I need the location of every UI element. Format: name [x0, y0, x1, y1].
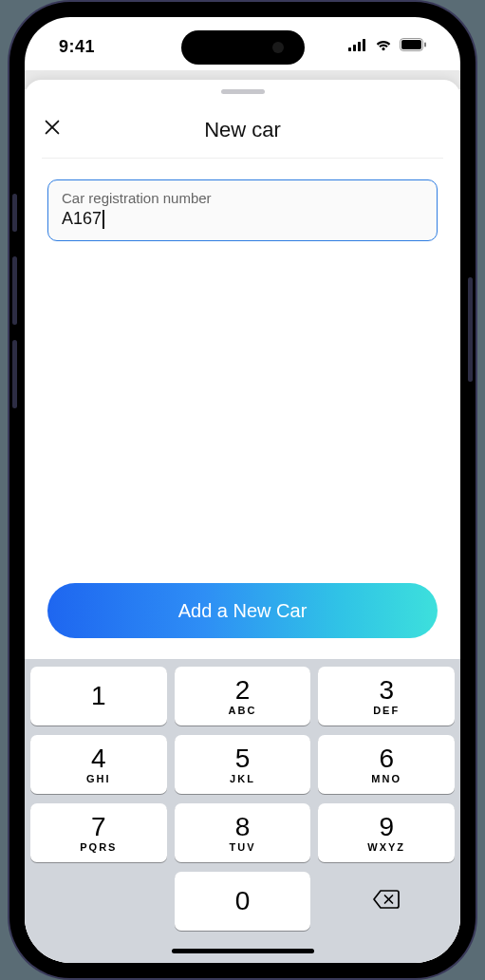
- key-7[interactable]: 7PQRS: [30, 803, 167, 862]
- wifi-icon: [374, 38, 393, 55]
- key-1[interactable]: 1: [30, 667, 167, 726]
- key-2[interactable]: 2ABC: [175, 667, 311, 726]
- side-button: [12, 194, 17, 232]
- key-9[interactable]: 9WXYZ: [318, 803, 455, 862]
- field-value: A167: [62, 209, 423, 229]
- svg-rect-3: [363, 39, 365, 51]
- key-backspace[interactable]: [318, 872, 455, 931]
- battery-icon: [400, 38, 426, 55]
- key-num: 0: [235, 888, 251, 914]
- key-sub: JKL: [230, 773, 255, 784]
- power-button: [468, 277, 473, 382]
- svg-rect-6: [424, 43, 426, 47]
- key-num: 4: [91, 745, 106, 772]
- field-value-text: A167: [62, 209, 102, 229]
- svg-rect-5: [401, 40, 421, 49]
- key-num: 9: [379, 814, 394, 840]
- sheet-header: New car: [42, 102, 443, 159]
- form-area: Car registration number A167: [25, 159, 460, 241]
- numeric-keyboard: 1 2ABC 3DEF 4GHI 5JKL 6MNO 7PQRS 8TUV 9W…: [25, 659, 460, 963]
- key-4[interactable]: 4GHI: [30, 735, 167, 794]
- key-0[interactable]: 0: [175, 872, 311, 931]
- sheet-title: New car: [204, 118, 281, 142]
- close-button[interactable]: [42, 117, 68, 143]
- key-sub: ABC: [229, 705, 257, 716]
- cellular-icon: [348, 38, 367, 55]
- field-label: Car registration number: [62, 190, 423, 206]
- key-sub: MNO: [371, 773, 401, 784]
- key-num: 7: [91, 814, 106, 840]
- dynamic-island: [181, 30, 305, 65]
- key-num: 2: [235, 677, 251, 704]
- key-num: 6: [379, 745, 394, 772]
- sheet-grabber[interactable]: [221, 89, 265, 94]
- volume-up-button: [12, 256, 17, 325]
- key-sub: PQRS: [80, 841, 117, 853]
- volume-down-button: [12, 340, 17, 408]
- backspace-icon: [372, 889, 401, 914]
- registration-number-field[interactable]: Car registration number A167: [47, 179, 438, 241]
- key-5[interactable]: 5JKL: [175, 735, 311, 794]
- screen: 9:41 N: [25, 17, 460, 963]
- svg-rect-0: [348, 47, 351, 51]
- key-blank: [30, 872, 167, 931]
- phone-frame: 9:41 N: [9, 2, 476, 978]
- key-num: 3: [379, 677, 394, 704]
- status-time: 9:41: [59, 37, 95, 57]
- key-sub: DEF: [373, 705, 400, 716]
- key-sub: TUV: [230, 841, 256, 853]
- key-num: 1: [91, 683, 106, 709]
- modal-sheet: New car Car registration number A167 Add…: [25, 80, 460, 963]
- key-sub: WXYZ: [367, 841, 405, 853]
- close-icon: [42, 124, 63, 141]
- key-6[interactable]: 6MNO: [318, 735, 455, 794]
- key-num: 8: [235, 814, 251, 840]
- key-3[interactable]: 3DEF: [318, 667, 455, 726]
- svg-rect-1: [353, 45, 356, 51]
- key-8[interactable]: 8TUV: [175, 803, 311, 862]
- home-indicator[interactable]: [172, 949, 314, 953]
- key-num: 5: [235, 745, 251, 772]
- key-sub: GHI: [86, 773, 111, 784]
- text-cursor: [103, 210, 104, 229]
- add-new-car-button[interactable]: Add a New Car: [47, 583, 438, 638]
- svg-rect-2: [358, 42, 361, 51]
